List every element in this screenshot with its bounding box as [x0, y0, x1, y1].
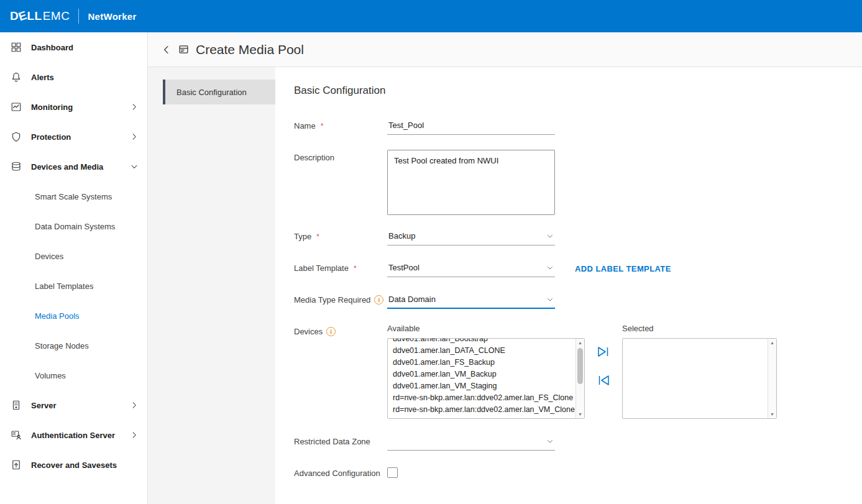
devices-row: Devices i Available ddve01.amer.lan_Boot… [294, 324, 862, 419]
sidebar-item-label: Authentication Server [31, 431, 115, 440]
sidebar-item-authentication-server[interactable]: Authentication Server [0, 420, 147, 450]
selected-caption: Selected [622, 324, 777, 333]
chevron-down-icon [130, 162, 139, 171]
page-header: Create Media Pool [148, 32, 862, 67]
label-template-label: Label Template * [294, 260, 387, 273]
chevron-down-icon [546, 438, 554, 445]
brand-text: EMC [43, 9, 70, 23]
sidebar-item-recover-and-savesets[interactable]: Recover and Savesets [0, 450, 147, 480]
sidebar-item-dashboard[interactable]: Dashboard [0, 32, 147, 62]
authentication-server-icon [10, 429, 22, 441]
list-item[interactable]: rd=nve-sn-bkp.amer.lan:ddve02.amer.lan_F… [388, 392, 575, 404]
scroll-up-arrow[interactable]: ▲ [768, 339, 776, 347]
label-template-value: TestPool [388, 263, 420, 272]
sidebar-item-alerts[interactable]: Alerts [0, 62, 147, 92]
main-area: Create Media Pool Basic Configuration Ba… [148, 32, 862, 504]
dell-emc-logo: DELLEMC [10, 9, 70, 23]
media-type-select[interactable]: Data Domain [387, 292, 555, 309]
required-marker: * [321, 122, 324, 131]
description-field[interactable]: Test Pool created from NWUI [387, 150, 555, 215]
sidebar-item-monitoring[interactable]: Monitoring [0, 92, 147, 122]
type-label: Type * [294, 229, 387, 241]
brand-text: LL [27, 9, 42, 23]
scrollbar[interactable]: ▲ ▼ [575, 339, 584, 418]
scroll-down-arrow[interactable]: ▼ [576, 410, 584, 418]
selected-listbox[interactable]: ▲ ▼ [622, 338, 777, 419]
scrollbar[interactable]: ▲ ▼ [768, 339, 776, 418]
scrollbar-thumb[interactable] [577, 348, 583, 384]
type-row: Type * Backup [294, 229, 862, 245]
list-item[interactable]: ddve01.amer.lan_DATA_CLONE [388, 345, 575, 357]
scroll-up-arrow[interactable]: ▲ [576, 339, 584, 347]
back-button[interactable] [158, 41, 175, 58]
sidebar-item-volumes[interactable]: Volumes [0, 360, 147, 390]
chevron-right-icon [130, 103, 139, 111]
sidebar-item-data-domain-systems[interactable]: Data Domain Systems [0, 211, 147, 241]
sidebar-item-devices-and-media[interactable]: Devices and Media [0, 152, 147, 181]
sidebar-item-devices[interactable]: Devices [0, 241, 147, 271]
move-all-right-button[interactable] [595, 344, 612, 360]
restricted-data-zone-label: Restricted Data Zone [294, 434, 387, 446]
add-label-template-link[interactable]: ADD LABEL TEMPLATE [575, 264, 671, 273]
name-row: Name * Test_Pool [294, 118, 862, 135]
sidebar-item-label: Recover and Savesets [31, 460, 117, 470]
media-type-label: Media Type Required i [294, 292, 387, 305]
media-pool-icon [178, 44, 190, 55]
available-listbox[interactable]: ddve01.amer.lan_Bootstrap ddve01.amer.la… [387, 338, 585, 419]
chevron-down-icon [546, 232, 554, 240]
sidebar-item-label: Server [31, 401, 56, 410]
description-row: Description Test Pool created from NWUI [294, 150, 862, 215]
name-label: Name * [294, 118, 387, 131]
media-type-row: Media Type Required i Data Domain [294, 292, 862, 309]
info-icon[interactable]: i [374, 295, 383, 305]
label-template-select[interactable]: TestPool [387, 260, 555, 277]
sidebar-item-media-pools[interactable]: Media Pools [0, 301, 147, 331]
recover-icon [10, 459, 22, 471]
form-area: Basic Configuration Name * Test_Pool Des… [275, 67, 862, 504]
chevron-down-icon [546, 264, 554, 272]
required-marker: * [316, 232, 319, 241]
sidebar-item-label: Alerts [31, 73, 54, 82]
chevron-right-icon [130, 132, 139, 141]
bell-icon [10, 71, 22, 83]
name-field[interactable]: Test_Pool [387, 118, 555, 135]
media-type-value: Data Domain [388, 295, 436, 304]
chevron-right-icon [130, 401, 139, 410]
sidebar-item-protection[interactable]: Protection [0, 122, 147, 152]
move-all-left-button[interactable] [595, 372, 612, 388]
shield-icon [10, 131, 22, 143]
type-select[interactable]: Backup [387, 229, 555, 245]
available-caption: Available [387, 324, 585, 333]
devices-label: Devices i [294, 324, 387, 336]
list-item[interactable]: ddve01.amer.lan_VM_Backup [388, 369, 575, 380]
scroll-down-arrow[interactable]: ▼ [768, 410, 776, 418]
sidebar-item-storage-nodes[interactable]: Storage Nodes [0, 331, 147, 360]
required-marker: * [354, 264, 357, 273]
sidebar-item-label-templates[interactable]: Label Templates [0, 271, 147, 301]
wizard-step-basic-configuration[interactable]: Basic Configuration [163, 80, 275, 104]
list-item[interactable]: ddve01.amer.lan_Bootstrap [388, 339, 575, 345]
list-item[interactable]: ddve01.amer.lan_FS_Backup [388, 357, 575, 369]
dashboard-icon [10, 41, 22, 53]
list-item[interactable]: rd=nve-sn-bkp.amer.lan:ddve02.amer.lan_V… [388, 404, 575, 416]
sidebar-item-smart-scale-systems[interactable]: Smart Scale Systems [0, 181, 147, 211]
sidebar-item-server[interactable]: Server [0, 390, 147, 420]
selected-list-column: Selected ▲ ▼ [622, 324, 777, 419]
available-list-column: Available ddve01.amer.lan_Bootstrap ddve… [387, 324, 585, 419]
selected-items [623, 339, 768, 418]
sidebar-item-label: Dashboard [31, 43, 73, 52]
description-label: Description [294, 150, 387, 162]
list-item[interactable]: ddve01.amer.lan_VM_Staging [388, 380, 575, 392]
advanced-configuration-checkbox[interactable] [387, 467, 398, 478]
restricted-data-zone-row: Restricted Data Zone [294, 434, 862, 451]
restricted-data-zone-select[interactable] [387, 434, 555, 451]
name-value: Test_Pool [388, 121, 424, 130]
top-bar: DELLEMC NetWorker [0, 0, 862, 32]
info-icon[interactable]: i [326, 327, 336, 336]
advanced-configuration-row: Advanced Configuration [294, 465, 862, 478]
sidebar: Dashboard Alerts Monitoring Protection [0, 32, 148, 504]
sidebar-item-label: Protection [31, 132, 71, 142]
app-name: NetWorker [88, 11, 136, 22]
label-template-row: Label Template * TestPool ADD LABEL TEMP… [294, 260, 862, 277]
wizard-nav: Basic Configuration [148, 67, 275, 504]
